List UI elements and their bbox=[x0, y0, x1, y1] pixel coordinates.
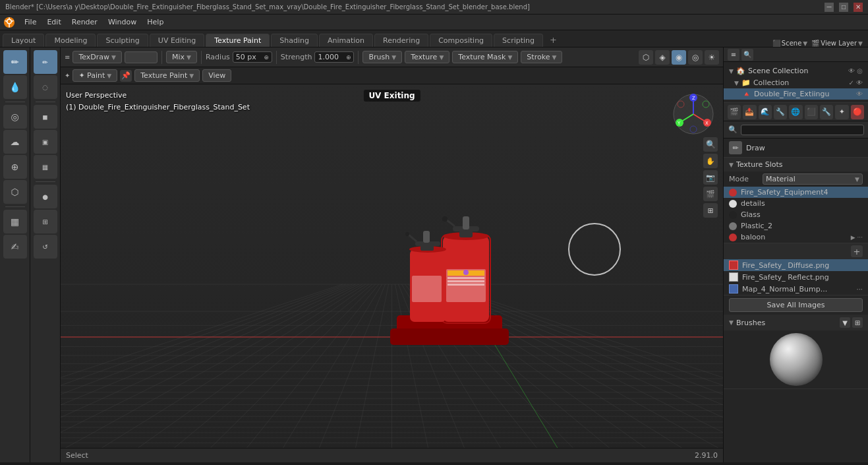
clone-tool[interactable]: ⊕ bbox=[3, 155, 27, 179]
color-swatch[interactable] bbox=[125, 51, 158, 63]
tab-uv-editing[interactable]: UV Editing bbox=[150, 34, 204, 47]
menu-render[interactable]: Render bbox=[67, 16, 102, 28]
object-props-icon[interactable]: ⬛ bbox=[805, 105, 818, 119]
palette-subtool[interactable]: ⊞ bbox=[34, 210, 57, 233]
brushes-list-icon[interactable]: ▼ bbox=[840, 317, 850, 328]
close-button[interactable]: ✕ bbox=[854, 3, 863, 12]
texture-slots-header[interactable]: ▼ Texture Slots bbox=[724, 158, 868, 171]
tab-shading[interactable]: Shading bbox=[271, 34, 318, 47]
hand-btn[interactable]: ✋ bbox=[703, 154, 718, 168]
texture-paint-mode-btn[interactable]: Texture Paint ▼ bbox=[134, 69, 200, 82]
camera-btn[interactable]: 📷 bbox=[703, 170, 718, 185]
stroke-selector[interactable]: Stroke ▼ bbox=[521, 51, 562, 63]
tab-sculpting[interactable]: Sculpting bbox=[97, 34, 148, 47]
blur-subtool[interactable]: ◌ bbox=[34, 75, 57, 99]
texture-subtool[interactable]: ▣ bbox=[34, 130, 57, 154]
solid-btn[interactable]: ◉ bbox=[672, 50, 686, 65]
mask-subtool[interactable]: ◼ bbox=[34, 105, 57, 129]
scene-name[interactable]: Scene bbox=[782, 40, 802, 47]
scene-btn[interactable]: 🎬 bbox=[703, 187, 718, 201]
blender-logo[interactable] bbox=[3, 16, 16, 29]
col-eye-icon[interactable]: 👁 bbox=[856, 79, 863, 86]
material-props-icon[interactable]: 🔴 bbox=[851, 105, 864, 119]
scene-col-eye2-icon[interactable]: ◎ bbox=[857, 67, 863, 75]
slot-item-2[interactable]: Glass bbox=[724, 209, 868, 220]
strength-input[interactable]: 1.000 ⊕ bbox=[314, 51, 354, 63]
color-subtool[interactable]: ● bbox=[34, 185, 57, 208]
texture-mask-selector[interactable]: Texture Mask ▼ bbox=[452, 51, 518, 63]
view-layer-props-icon[interactable]: 🌊 bbox=[759, 105, 772, 119]
render-props-icon[interactable]: 🎬 bbox=[728, 105, 741, 119]
wireframe-btn[interactable]: ◈ bbox=[655, 50, 670, 65]
menu-window[interactable]: Window bbox=[103, 16, 141, 28]
slot-item-3[interactable]: Plastic_2 bbox=[724, 220, 868, 232]
mode-selector[interactable]: TexDraw ▼ bbox=[72, 51, 122, 63]
mask-tool[interactable]: ▦ bbox=[3, 210, 27, 233]
3d-viewport[interactable]: User Perspective (1) Double_Fire_Extingu… bbox=[61, 84, 723, 448]
outliner-search-icon[interactable]: 🔍 bbox=[741, 49, 753, 61]
pin-icon[interactable]: 📌 bbox=[120, 70, 132, 82]
col-vis-icon[interactable]: ✓ bbox=[849, 79, 854, 86]
view-btn[interactable]: View bbox=[202, 69, 231, 82]
tab-scripting[interactable]: Scripting bbox=[494, 34, 543, 47]
img-item-0[interactable]: Fire_Safety_ Diffuse.png bbox=[724, 259, 868, 271]
maximize-button[interactable]: □ bbox=[839, 3, 848, 12]
slot-item-1[interactable]: details bbox=[724, 198, 868, 209]
slot-item-0[interactable]: Fire_Safety_Equipment4 bbox=[724, 187, 868, 198]
brushes-grid-icon[interactable]: ⊞ bbox=[852, 317, 863, 328]
menu-help[interactable]: Help bbox=[142, 16, 168, 28]
draw-subtool[interactable]: ✏ bbox=[34, 50, 57, 74]
img-item-2[interactable]: Map_4_Normal_Bump... ··· bbox=[724, 283, 868, 295]
modifier-props-icon[interactable]: 🔧 bbox=[820, 105, 833, 119]
img-thumb-0 bbox=[729, 261, 738, 270]
history-subtool[interactable]: ↺ bbox=[34, 235, 57, 259]
minimize-button[interactable]: ─ bbox=[825, 3, 834, 12]
brushes-header[interactable]: ▼ Brushes ▼ ⊞ bbox=[724, 315, 868, 330]
world-props-icon[interactable]: 🌐 bbox=[789, 105, 802, 119]
smear-tool[interactable]: ☁ bbox=[3, 130, 27, 154]
annotate-tool[interactable]: ✍ bbox=[3, 235, 27, 259]
add-image-button[interactable]: + bbox=[851, 245, 863, 257]
output-props-icon[interactable]: 📤 bbox=[743, 105, 756, 119]
brush-selector[interactable]: Brush ▼ bbox=[362, 51, 402, 63]
img-item-1[interactable]: Fire_Safety_ Reflect.png bbox=[724, 271, 868, 283]
radius-input[interactable]: 50 px ⊕ bbox=[233, 51, 272, 63]
slot-item-4[interactable]: baloon ▶ ··· bbox=[724, 232, 868, 243]
navigation-gizmo[interactable]: Z X Y bbox=[670, 91, 716, 137]
outliner-filter-icon[interactable]: ≡ bbox=[728, 49, 739, 61]
strength-eyedrop[interactable]: ⊕ bbox=[346, 54, 351, 61]
props-search-input[interactable] bbox=[741, 125, 864, 135]
paint-mode-btn[interactable]: ✦ Paint ▼ bbox=[72, 69, 117, 82]
menu-edit[interactable]: Edit bbox=[42, 16, 65, 28]
tab-layout[interactable]: Layout bbox=[3, 34, 44, 47]
grid-btn[interactable]: ⊞ bbox=[703, 203, 718, 218]
tab-animation[interactable]: Animation bbox=[319, 34, 373, 47]
collection-item[interactable]: ▼ 📁 Collection ✓ 👁 bbox=[724, 77, 868, 88]
tab-texture-paint[interactable]: Texture Paint bbox=[206, 34, 270, 47]
tab-modeling[interactable]: Modeling bbox=[45, 34, 96, 47]
scene-col-vis-icon[interactable]: 👁 bbox=[848, 67, 855, 75]
save-all-images-button[interactable]: Save All Images bbox=[729, 298, 863, 312]
draw-tool[interactable]: ✏ bbox=[3, 50, 27, 74]
soften-tool[interactable]: ◎ bbox=[3, 105, 27, 129]
zoom-in-btn[interactable]: 🔍 bbox=[703, 137, 718, 152]
particles-props-icon[interactable]: ✦ bbox=[835, 105, 848, 119]
add-workspace-button[interactable]: + bbox=[544, 33, 562, 47]
tab-rendering[interactable]: Rendering bbox=[374, 34, 428, 47]
material-preview-btn[interactable]: ◎ bbox=[688, 50, 703, 65]
gradient-subtool[interactable]: ▦ bbox=[34, 155, 57, 179]
fill-tool[interactable]: 💧 bbox=[3, 75, 27, 99]
mesh-item[interactable]: 🔺 Double_Fire_Extiingu 👁 bbox=[724, 88, 868, 100]
fill-tool2[interactable]: ⬡ bbox=[3, 180, 27, 204]
radius-eyedrop[interactable]: ⊕ bbox=[264, 54, 269, 61]
texture-selector[interactable]: Texture ▼ bbox=[405, 51, 449, 63]
tab-compositing[interactable]: Compositing bbox=[430, 34, 492, 47]
mesh-eye-icon[interactable]: 👁 bbox=[856, 90, 863, 98]
view-layer-name[interactable]: View Layer bbox=[821, 40, 857, 47]
scene-props-icon[interactable]: 🔧 bbox=[774, 105, 787, 119]
viewport-shading-btn[interactable]: ⬡ bbox=[639, 50, 653, 65]
mode-select[interactable]: Material ▼ bbox=[763, 173, 863, 185]
rendered-btn[interactable]: ☀ bbox=[705, 50, 719, 65]
menu-file[interactable]: File bbox=[20, 16, 41, 28]
mix-selector[interactable]: Mix ▼ bbox=[166, 51, 197, 63]
